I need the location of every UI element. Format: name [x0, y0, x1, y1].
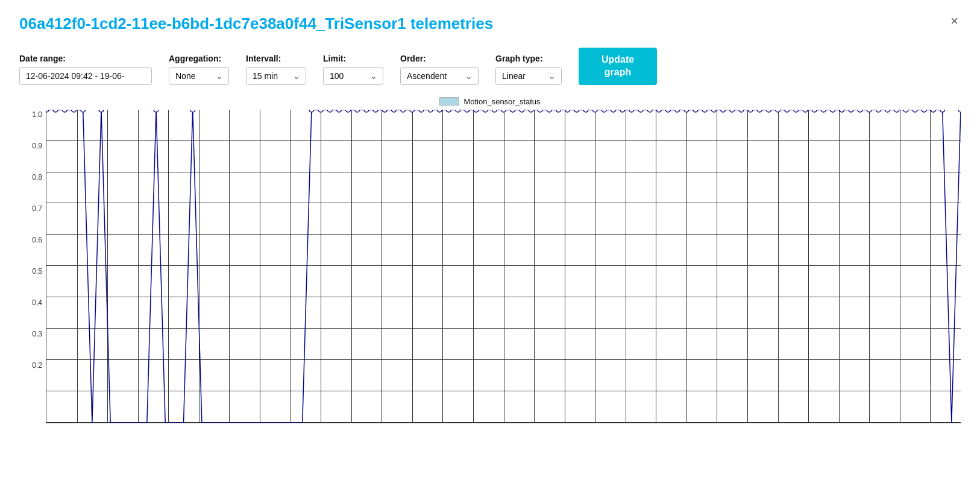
svg-point-17: [392, 110, 397, 112]
svg-point-65: [831, 110, 835, 112]
svg-point-7: [190, 110, 195, 112]
svg-point-75: [922, 110, 926, 112]
graph-type-label: Graph type:: [495, 54, 562, 63]
y-tick-02: 0,2: [32, 361, 42, 370]
svg-point-15: [373, 110, 378, 112]
limit-group: Limit: 50 100 200 500: [323, 54, 383, 85]
svg-point-64: [821, 110, 826, 112]
limit-label: Limit:: [323, 54, 383, 63]
svg-point-78: [958, 110, 961, 112]
order-label: Order:: [400, 54, 479, 63]
svg-point-57: [757, 110, 762, 112]
y-tick-06: 0,6: [32, 236, 42, 244]
page-title: 06a412f0-1cd2-11ee-b6bd-1dc7e38a0f44_Tri…: [19, 14, 493, 33]
svg-point-3: [72, 110, 77, 112]
svg-point-39: [592, 110, 597, 112]
svg-point-12: [346, 110, 351, 112]
svg-point-24: [456, 110, 460, 112]
svg-point-54: [730, 110, 735, 112]
aggregation-select[interactable]: None Average Sum Min Max: [169, 67, 229, 85]
svg-point-52: [711, 110, 716, 112]
svg-point-61: [794, 110, 799, 112]
svg-point-23: [447, 110, 451, 112]
graph-type-group: Graph type: Linear Bar Step: [495, 54, 562, 85]
svg-point-35: [556, 110, 561, 112]
y-tick-05: 0,5: [32, 267, 42, 276]
svg-point-48: [675, 110, 680, 112]
svg-point-62: [803, 110, 808, 112]
svg-point-77: [940, 110, 945, 112]
aggregation-group: Aggregation: None Average Sum Min Max: [169, 54, 229, 85]
y-tick-10: 1,0: [32, 110, 42, 119]
svg-point-38: [583, 110, 588, 112]
svg-point-33: [538, 110, 542, 112]
svg-point-8: [309, 110, 314, 112]
svg-point-21: [428, 110, 433, 112]
svg-point-56: [748, 110, 753, 112]
svg-point-42: [620, 110, 625, 112]
title-bar: 06a412f0-1cd2-11ee-b6bd-1dc7e38a0f44_Tri…: [19, 14, 961, 33]
svg-point-22: [437, 110, 442, 112]
chart-plot: [46, 110, 961, 423]
svg-point-13: [355, 110, 360, 112]
svg-point-20: [419, 110, 424, 112]
graph-type-select[interactable]: Linear Bar Step: [495, 67, 562, 85]
graph-type-select-wrapper: Linear Bar Step: [495, 67, 562, 85]
svg-point-63: [812, 110, 817, 112]
interval-group: Intervall: 1 min 5 min 15 min 30 min 1 h…: [246, 54, 306, 85]
svg-point-41: [611, 110, 616, 112]
svg-point-58: [766, 110, 771, 112]
order-select[interactable]: Ascendent Descendent: [400, 67, 479, 85]
chart-area: Motion_sensor_status 1,0 0,9 0,8 0,7 0,6…: [19, 97, 961, 435]
interval-select[interactable]: 1 min 5 min 15 min 30 min 1 hour: [246, 67, 306, 85]
svg-point-44: [638, 110, 643, 112]
chart-svg: [46, 110, 961, 423]
interval-select-wrapper: 1 min 5 min 15 min 30 min 1 hour: [246, 67, 306, 85]
date-range-group: Date range:: [19, 54, 152, 85]
date-range-input[interactable]: [19, 67, 152, 85]
svg-point-72: [894, 110, 899, 112]
close-button[interactable]: ×: [948, 14, 961, 28]
svg-point-32: [529, 110, 533, 112]
controls-row: Date range: Aggregation: None Average Su…: [19, 48, 961, 85]
svg-point-47: [666, 110, 671, 112]
svg-point-29: [501, 110, 506, 112]
chart-container: 1,0 0,9 0,8 0,7 0,6 0,5 0,4 0,3 0,2: [19, 110, 961, 423]
svg-point-0: [46, 110, 49, 112]
svg-point-28: [492, 110, 497, 112]
svg-point-50: [693, 110, 698, 112]
svg-point-1: [53, 110, 58, 112]
svg-point-70: [876, 110, 881, 112]
svg-point-14: [364, 110, 369, 112]
svg-point-36: [565, 110, 570, 112]
limit-select[interactable]: 50 100 200 500: [323, 67, 383, 85]
svg-point-11: [336, 110, 341, 112]
y-tick-07: 0,7: [32, 204, 42, 213]
svg-point-37: [574, 110, 579, 112]
svg-point-31: [520, 110, 524, 112]
date-range-label: Date range:: [19, 54, 152, 63]
svg-point-51: [702, 110, 707, 112]
svg-point-19: [410, 110, 415, 112]
order-select-wrapper: Ascendent Descendent: [400, 67, 479, 85]
y-tick-03: 0,3: [32, 330, 42, 338]
order-group: Order: Ascendent Descendent: [400, 54, 479, 85]
y-tick-09: 0,9: [32, 142, 42, 150]
svg-point-30: [510, 110, 515, 112]
svg-point-73: [903, 110, 908, 112]
svg-point-59: [776, 110, 781, 112]
svg-point-9: [318, 110, 323, 112]
svg-point-66: [840, 110, 844, 112]
svg-point-74: [912, 110, 917, 112]
limit-select-wrapper: 50 100 200 500: [323, 67, 383, 85]
aggregation-label: Aggregation:: [169, 54, 229, 63]
svg-point-34: [547, 110, 551, 112]
svg-point-25: [465, 110, 470, 112]
svg-point-49: [684, 110, 689, 112]
svg-point-4: [81, 110, 86, 112]
svg-point-2: [62, 110, 67, 112]
svg-point-46: [656, 110, 661, 112]
svg-point-18: [401, 110, 406, 112]
update-graph-button[interactable]: Update graph: [579, 48, 657, 85]
interval-label: Intervall:: [246, 54, 306, 63]
